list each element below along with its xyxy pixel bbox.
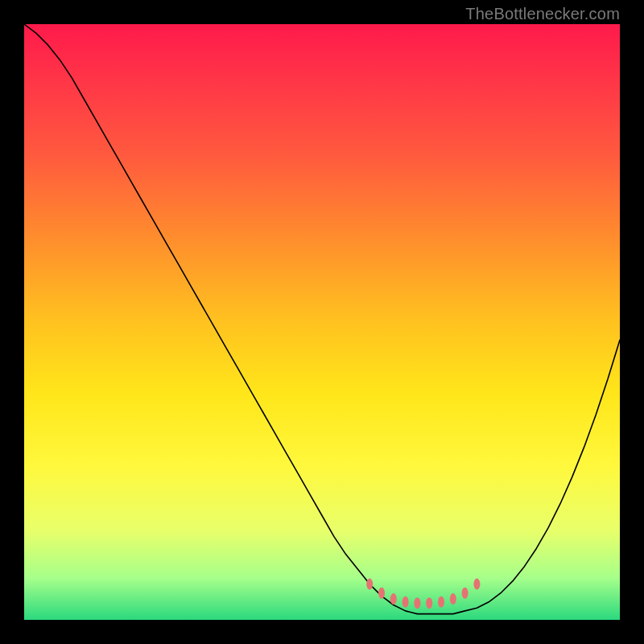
- marker-optimal-zone-markers: [438, 597, 444, 608]
- marker-optimal-zone-markers: [366, 579, 373, 590]
- marker-optimal-zone-markers: [390, 593, 397, 605]
- marker-optimal-zone-markers: [473, 579, 480, 590]
- marker-optimal-zone-markers: [450, 593, 456, 605]
- marker-optimal-zone-markers: [378, 588, 385, 599]
- marker-optimal-zone-markers: [426, 597, 432, 609]
- chart-svg: [24, 24, 620, 620]
- chart-plot-area: [24, 24, 620, 620]
- marker-optimal-zone-markers: [462, 588, 469, 599]
- marker-optimal-zone-markers: [414, 597, 420, 609]
- marker-optimal-zone-markers: [402, 597, 409, 608]
- chart-background-gradient: [24, 24, 620, 620]
- attribution-text: TheBottlenecker.com: [465, 5, 620, 23]
